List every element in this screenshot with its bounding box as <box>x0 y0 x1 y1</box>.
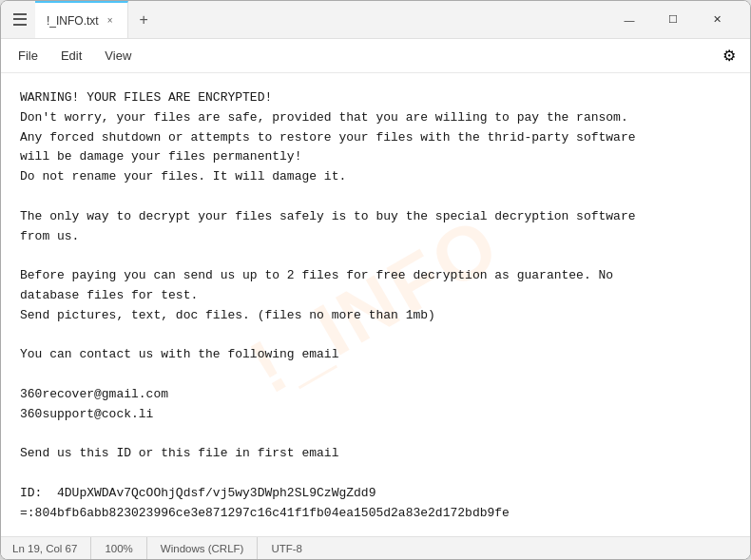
menu-file[interactable]: File <box>9 45 48 67</box>
zoom-level: 100% <box>91 537 146 559</box>
window-controls: — ☐ ✕ <box>607 1 739 39</box>
active-tab[interactable]: !_INFO.txt × <box>35 1 128 38</box>
tab-label: !_INFO.txt <box>47 14 99 28</box>
menu-view[interactable]: View <box>95 45 141 67</box>
tab-area: !_INFO.txt × + <box>35 1 160 38</box>
title-bar: !_INFO.txt × + — ☐ ✕ <box>1 1 750 39</box>
status-bar: Ln 19, Col 67 100% Windows (CRLF) UTF-8 <box>1 536 750 559</box>
encoding: UTF-8 <box>258 537 316 559</box>
minimize-button[interactable]: — <box>607 1 651 39</box>
settings-icon[interactable]: ⚙ <box>716 43 742 69</box>
menu-bar: File Edit View ⚙ <box>1 39 750 73</box>
line-ending: Windows (CRLF) <box>147 537 259 559</box>
file-content: WARNING! YOUR FILES ARE ENCRYPTED! Don't… <box>20 88 731 524</box>
menu-edit[interactable]: Edit <box>51 45 91 67</box>
cursor-position: Ln 19, Col 67 <box>12 537 91 559</box>
maximize-button[interactable]: ☐ <box>651 1 695 39</box>
new-tab-button[interactable]: + <box>128 11 160 29</box>
app-icon <box>12 12 28 28</box>
close-button[interactable]: ✕ <box>695 1 739 39</box>
text-editor-area[interactable]: !_INFO WARNING! YOUR FILES ARE ENCRYPTED… <box>1 73 750 536</box>
tab-close-button[interactable]: × <box>105 14 116 27</box>
notepad-window: !_INFO.txt × + — ☐ ✕ File Edit View ⚙ !_… <box>0 0 751 560</box>
